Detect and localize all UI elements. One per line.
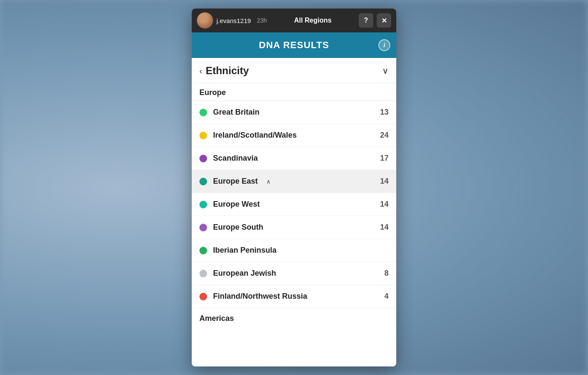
top-bar: j.evans1219 23h All Regions ? ✕	[192, 9, 396, 32]
ethnicity-dot-icon	[199, 224, 207, 231]
dropdown-button[interactable]: ∨	[382, 66, 389, 76]
list-item[interactable]: Iberian Peninsula	[192, 239, 396, 262]
help-button[interactable]: ?	[359, 13, 373, 28]
dna-header: DNA RESULTS i	[192, 32, 396, 58]
list-item[interactable]: Europe South14	[192, 216, 396, 239]
ethnicity-dot-icon	[199, 109, 207, 116]
close-button[interactable]: ✕	[377, 13, 391, 28]
ethnicity-dot-icon	[199, 201, 207, 208]
ethnicity-count: 17	[380, 154, 389, 163]
ethnicity-name: Iberian Peninsula	[213, 246, 277, 255]
ethnicity-name: Europe South	[213, 223, 263, 232]
item-left: Europe East ∧	[199, 177, 271, 186]
ethnicity-header: ‹ Ethnicity ∨	[192, 58, 396, 83]
top-bar-right: ? ✕	[359, 13, 391, 28]
ethnicity-count: 8	[384, 269, 389, 278]
list-item[interactable]: Ireland/Scotland/Wales24	[192, 124, 396, 147]
item-left: European Jewish	[199, 269, 276, 278]
list-item[interactable]: Europe East ∧14	[192, 170, 396, 193]
dna-info-button[interactable]: i	[378, 39, 390, 51]
item-left: Europe South	[199, 223, 263, 232]
ethnicity-name: Ireland/Scotland/Wales	[213, 131, 297, 140]
ethnicity-name: Scandinavia	[213, 154, 258, 163]
ethnicity-dot-icon	[199, 155, 207, 162]
content-area: ‹ Ethnicity ∨ Europe Great Britain13Irel…	[192, 58, 396, 326]
item-left: Ireland/Scotland/Wales	[199, 131, 297, 140]
expand-icon: ∧	[266, 178, 271, 185]
item-left: Europe West	[199, 200, 260, 209]
list-item[interactable]: Great Britain13	[192, 101, 396, 124]
ethnicity-count: 14	[380, 200, 389, 209]
top-bar-left: j.evans1219 23h	[197, 12, 267, 29]
ethnicity-name: Finland/Northwest Russia	[213, 292, 307, 301]
ethnicity-left: ‹ Ethnicity	[199, 65, 249, 77]
ethnicity-title: Ethnicity	[206, 65, 249, 77]
phone-container: j.evans1219 23h All Regions ? ✕ DNA RESU…	[192, 9, 396, 366]
all-regions-title: All Regions	[294, 17, 331, 24]
avatar	[197, 12, 213, 29]
list-item[interactable]: Europe West14	[192, 193, 396, 216]
item-left: Great Britain	[199, 108, 259, 117]
ethnicity-dot-icon	[199, 247, 207, 254]
ethnicity-dot-icon	[199, 293, 207, 300]
avatar-image	[197, 12, 213, 29]
item-left: Finland/Northwest Russia	[199, 292, 307, 301]
ethnicity-count: 14	[380, 177, 389, 186]
list-item[interactable]: Finland/Northwest Russia4	[192, 285, 396, 308]
ethnicity-count: 24	[380, 131, 389, 140]
ethnicity-name: Europe East	[213, 177, 258, 186]
ethnicity-list: Great Britain13Ireland/Scotland/Wales24S…	[192, 101, 396, 308]
ethnicity-dot-icon	[199, 270, 207, 277]
ethnicity-name: Europe West	[213, 200, 260, 209]
dna-results-title: DNA RESULTS	[259, 40, 329, 51]
ethnicity-count: 14	[380, 223, 389, 232]
americas-section-label: Americas	[192, 308, 396, 326]
time-label: 23h	[257, 17, 267, 24]
ethnicity-name: European Jewish	[213, 269, 276, 278]
ethnicity-dot-icon	[199, 132, 207, 139]
ethnicity-count: 4	[384, 292, 389, 301]
item-left: Scandinavia	[199, 154, 258, 163]
ethnicity-count: 13	[380, 108, 389, 117]
back-button[interactable]: ‹	[199, 66, 202, 76]
item-left: Iberian Peninsula	[199, 246, 277, 255]
europe-section-label: Europe	[192, 83, 396, 101]
ethnicity-name: Great Britain	[213, 108, 259, 117]
list-item[interactable]: Scandinavia17	[192, 147, 396, 170]
username-label: j.evans1219	[216, 17, 251, 24]
list-item[interactable]: European Jewish8	[192, 262, 396, 285]
ethnicity-dot-icon	[199, 178, 207, 185]
